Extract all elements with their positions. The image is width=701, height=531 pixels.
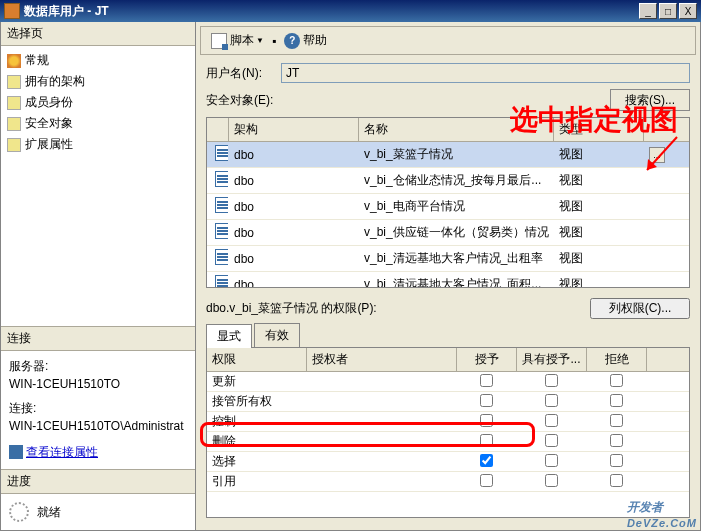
grant-checkbox[interactable] — [480, 474, 493, 487]
table-row[interactable]: 引用 — [207, 472, 689, 492]
cell-grantor — [307, 460, 457, 464]
search-button[interactable]: 搜索(S)... — [610, 89, 690, 111]
sidebar-item-label: 安全对象 — [25, 115, 73, 132]
tab-effective[interactable]: 有效 — [254, 323, 300, 347]
with-grant-checkbox[interactable] — [545, 474, 558, 487]
cell-name: v_bi_菜篮子情况 — [359, 144, 554, 165]
col-with-grant[interactable]: 具有授予... — [517, 348, 587, 371]
table-row[interactable]: dbov_bi_电商平台情况视图 — [207, 194, 689, 220]
help-button[interactable]: ? 帮助 — [280, 30, 331, 51]
sidebar-item[interactable]: 常规 — [7, 50, 189, 71]
tab-explicit[interactable]: 显式 — [206, 324, 252, 348]
securables-grid[interactable]: 架构 名称 类型 dbov_bi_菜篮子情况视图...dbov_bi_仓储业态情… — [206, 117, 690, 288]
grant-checkbox[interactable] — [480, 434, 493, 447]
deny-checkbox[interactable] — [610, 394, 623, 407]
col-deny[interactable]: 拒绝 — [587, 348, 647, 371]
with-grant-checkbox[interactable] — [545, 434, 558, 447]
maximize-button[interactable]: □ — [659, 3, 677, 19]
sidebar-item[interactable]: 拥有的架构 — [7, 71, 189, 92]
sidebar-item[interactable]: 成员身份 — [7, 92, 189, 113]
cell-permission: 更新 — [207, 371, 307, 392]
ellipsis-button[interactable]: ... — [649, 147, 665, 163]
deny-checkbox[interactable] — [610, 454, 623, 467]
table-row[interactable]: dbov_bi_仓储业态情况_按每月最后...视图 — [207, 168, 689, 194]
with-grant-checkbox[interactable] — [545, 414, 558, 427]
with-grant-checkbox[interactable] — [545, 374, 558, 387]
script-button[interactable]: 脚本 ▼ — [207, 30, 268, 51]
minimize-button[interactable]: _ — [639, 3, 657, 19]
table-row[interactable]: dbov_bi_清远基地大客户情况_出租率视图 — [207, 246, 689, 272]
with-grant-checkbox[interactable] — [545, 454, 558, 467]
sidebar-item[interactable]: 安全对象 — [7, 113, 189, 134]
grant-checkbox[interactable] — [480, 374, 493, 387]
cell-grantor — [307, 380, 457, 384]
select-page-header: 选择页 — [1, 22, 195, 46]
page-tree: 常规拥有的架构成员身份安全对象扩展属性 — [1, 46, 195, 326]
col-grant[interactable]: 授予 — [457, 348, 517, 371]
window-title: 数据库用户 - JT — [24, 3, 639, 20]
col-type[interactable]: 类型 — [554, 118, 644, 141]
view-icon — [215, 145, 229, 161]
grant-checkbox[interactable] — [480, 394, 493, 407]
col-schema[interactable]: 架构 — [229, 118, 359, 141]
col-permission[interactable]: 权限 — [207, 348, 307, 371]
cell-permission: 引用 — [207, 471, 307, 492]
cell-schema: dbo — [229, 224, 359, 242]
chevron-down-icon: ▼ — [256, 36, 264, 45]
progress-header: 进度 — [1, 470, 195, 494]
table-row[interactable]: dbov_bi_菜篮子情况视图... — [207, 142, 689, 168]
cell-name: v_bi_清远基地大客户情况_面积... — [359, 274, 554, 288]
col-name[interactable]: 名称 — [359, 118, 554, 141]
deny-checkbox[interactable] — [610, 434, 623, 447]
view-icon — [215, 223, 229, 239]
page-icon — [7, 138, 21, 152]
grant-checkbox[interactable] — [480, 414, 493, 427]
left-pane: 选择页 常规拥有的架构成员身份安全对象扩展属性 连接 服务器: WIN-1CEU… — [1, 22, 196, 530]
deny-checkbox[interactable] — [610, 374, 623, 387]
cell-type: 视图 — [554, 248, 644, 269]
table-row[interactable]: dbov_bi_供应链一体化（贸易类）情况视图 — [207, 220, 689, 246]
cell-name: v_bi_仓储业态情况_按每月最后... — [359, 170, 554, 191]
toolbar: 脚本 ▼ ▪ ? 帮助 — [200, 26, 696, 55]
help-icon: ? — [284, 33, 300, 49]
username-input[interactable] — [281, 63, 690, 83]
window-titlebar: 数据库用户 - JT _ □ X — [0, 0, 701, 22]
cell-type: 视图 — [554, 170, 644, 191]
page-icon — [7, 117, 21, 131]
table-row[interactable]: 更新 — [207, 372, 689, 392]
view-icon — [215, 171, 229, 187]
connection-label: 连接: — [9, 399, 187, 417]
cell-permission: 接管所有权 — [207, 391, 307, 412]
close-button[interactable]: X — [679, 3, 697, 19]
sidebar-item-label: 扩展属性 — [25, 136, 73, 153]
right-pane: 脚本 ▼ ▪ ? 帮助 选中指定视图 用户名(N): 安全对象(E): — [196, 22, 700, 530]
cell-permission: 删除 — [207, 431, 307, 452]
table-row[interactable]: dbov_bi_清远基地大客户情况_面积...视图 — [207, 272, 689, 288]
permissions-label: dbo.v_bi_菜篮子情况 的权限(P): — [206, 300, 590, 317]
table-row[interactable]: 选择 — [207, 452, 689, 472]
page-icon — [7, 96, 21, 110]
cell-grantor — [307, 400, 457, 404]
table-row[interactable]: 删除 — [207, 432, 689, 452]
view-connection-props-link[interactable]: 查看连接属性 — [9, 443, 98, 461]
permissions-grid[interactable]: 权限 授权者 授予 具有授予... 拒绝 更新接管所有权控制删除选择引用 — [206, 348, 690, 518]
progress-body: 就绪 — [1, 494, 195, 530]
cell-name: v_bi_供应链一体化（贸易类）情况 — [359, 222, 554, 243]
deny-checkbox[interactable] — [610, 414, 623, 427]
table-row[interactable]: 接管所有权 — [207, 392, 689, 412]
cell-type: 视图 — [554, 274, 644, 288]
connection-body: 服务器: WIN-1CEUH1510TO 连接: WIN-1CEUH1510TO… — [1, 351, 195, 470]
server-label: 服务器: — [9, 357, 187, 375]
deny-checkbox[interactable] — [610, 474, 623, 487]
column-permissions-button[interactable]: 列权限(C)... — [590, 298, 690, 319]
grant-checkbox[interactable] — [480, 454, 493, 467]
cell-type: 视图 — [554, 144, 644, 165]
col-grantor[interactable]: 授权者 — [307, 348, 457, 371]
cell-type: 视图 — [554, 196, 644, 217]
view-icon — [215, 197, 229, 213]
with-grant-checkbox[interactable] — [545, 394, 558, 407]
cell-schema: dbo — [229, 146, 359, 164]
sidebar-item[interactable]: 扩展属性 — [7, 134, 189, 155]
cell-name: v_bi_清远基地大客户情况_出租率 — [359, 248, 554, 269]
table-row[interactable]: 控制 — [207, 412, 689, 432]
